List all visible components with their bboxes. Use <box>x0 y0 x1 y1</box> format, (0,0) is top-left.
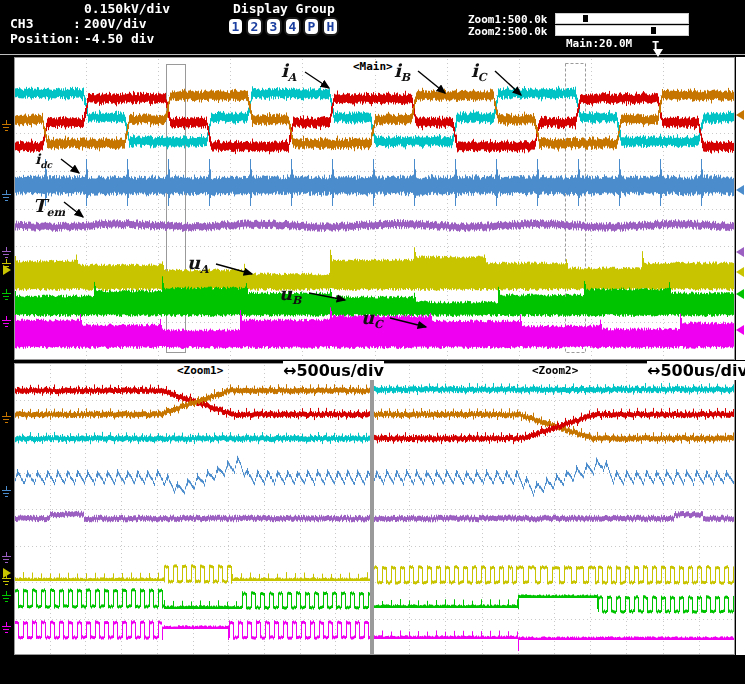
label-ic: iC <box>471 60 487 84</box>
label-ib: iB <box>394 60 410 84</box>
zoom2-position-bar[interactable] <box>555 25 689 36</box>
display-group-title: Display Group <box>233 1 335 16</box>
label-tem: Tem <box>33 195 65 219</box>
label-idc: idc <box>35 151 52 170</box>
display-group-buttons: 1 2 3 4 P H <box>227 17 339 36</box>
display-group-button-p[interactable]: P <box>303 17 320 36</box>
waveform-canvas <box>0 0 745 684</box>
ch3-vdiv: 200V/div <box>84 16 147 31</box>
label-ia: iA <box>281 60 296 84</box>
display-group-button-2[interactable]: 2 <box>246 17 263 36</box>
zoom2-timebase: ↔500us/div <box>647 361 745 380</box>
ch3-vdiv-kv: 0.150kV/div <box>84 1 170 16</box>
position-value: -4.50 div <box>84 31 154 46</box>
ch3-label: CH3 <box>10 16 33 31</box>
label-ua: uA <box>187 252 209 276</box>
zoom1-position-tick[interactable] <box>583 15 588 22</box>
zoom2-position-tick[interactable] <box>651 27 656 34</box>
zoom2-window-tag: <Zoom2> <box>531 364 579 377</box>
display-group-button-1[interactable]: 1 <box>227 17 244 36</box>
ch3-colon: : <box>73 16 81 31</box>
trigger-position-icon <box>653 49 663 57</box>
display-group-button-4[interactable]: 4 <box>284 17 301 36</box>
zoom2-length-label: Zoom2:500.0k <box>468 25 547 38</box>
zoom1-position-bar[interactable] <box>555 13 689 24</box>
position-label: Position <box>10 31 73 46</box>
display-group-button-3[interactable]: 3 <box>265 17 282 36</box>
label-ub: uB <box>279 283 301 307</box>
label-uc: uC <box>361 307 383 331</box>
zoom1-window-tag: <Zoom1> <box>176 364 224 377</box>
zoom1-timebase: ↔500us/div <box>283 361 384 380</box>
oscilloscope-screen: 0.150kV/div CH3 : 200V/div Position : -4… <box>0 0 745 684</box>
main-window-tag: <Main> <box>352 60 394 73</box>
main-record-label: Main:20.0M <box>566 37 632 50</box>
display-group-button-h[interactable]: H <box>322 17 339 36</box>
position-colon: : <box>73 31 81 46</box>
